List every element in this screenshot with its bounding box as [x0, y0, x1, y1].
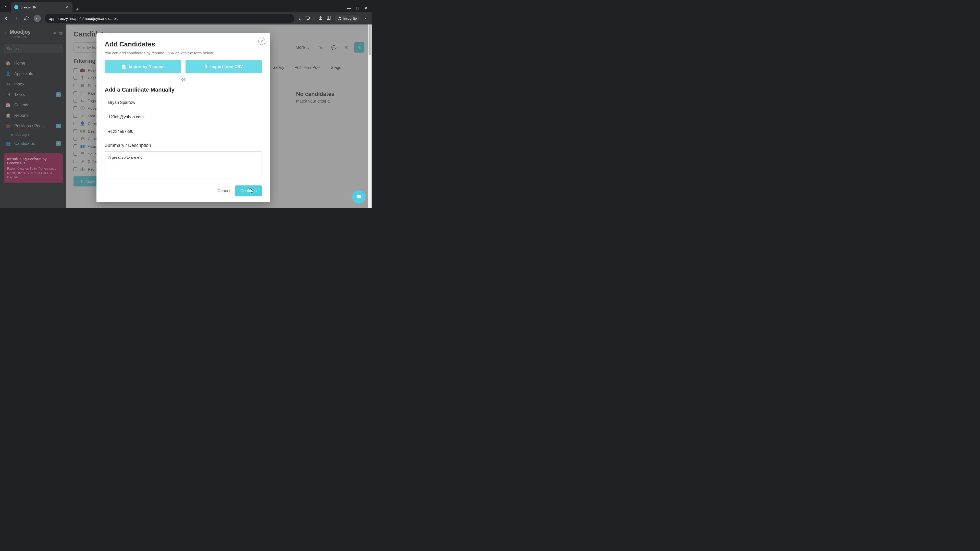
- close-icon[interactable]: ✕: [258, 38, 266, 45]
- import-resume-button[interactable]: 📄 Import by Resume: [105, 60, 181, 73]
- browser-tab[interactable]: Breezy HR ✕: [11, 2, 73, 12]
- scrollbar-thumb[interactable]: [369, 24, 371, 55]
- tab-favicon: [14, 5, 18, 9]
- reader-icon[interactable]: [326, 16, 331, 21]
- browser-toolbar: app.breezy.hr/app/c/moodjoy/candidates ☆…: [0, 12, 372, 24]
- add-candidates-modal: ✕ Add Candidates You can add candidates …: [97, 33, 270, 202]
- close-window-icon[interactable]: ✕: [364, 6, 368, 10]
- import-csv-button[interactable]: ⬆ Import from CSV: [186, 60, 262, 73]
- continue-button[interactable]: Continue: [235, 186, 262, 196]
- window-controls: — ❐ ✕: [347, 6, 372, 12]
- back-button[interactable]: [2, 14, 10, 22]
- phone-field[interactable]: [105, 126, 262, 137]
- url-text: app.breezy.hr/app/c/moodjoy/candidates: [49, 16, 118, 21]
- browser-tab-strip: Breezy HR ✕ + — ❐ ✕: [0, 0, 372, 12]
- tab-close-icon[interactable]: ✕: [64, 5, 69, 10]
- modal-title: Add Candidates: [105, 40, 262, 48]
- name-field[interactable]: [105, 97, 262, 108]
- cancel-button[interactable]: Cancel: [218, 189, 230, 193]
- toolbar-divider: |: [313, 16, 315, 21]
- forward-button[interactable]: [12, 14, 21, 22]
- extensions-icon[interactable]: [305, 16, 310, 21]
- vertical-scrollbar[interactable]: [368, 24, 372, 208]
- new-tab-button[interactable]: +: [73, 7, 83, 12]
- menu-icon[interactable]: ⋮: [363, 16, 368, 21]
- bookmark-icon[interactable]: ☆: [298, 16, 302, 21]
- summary-textarea[interactable]: [105, 151, 262, 179]
- chat-fab[interactable]: [352, 190, 366, 203]
- tab-title: Breezy HR: [21, 5, 64, 9]
- url-bar[interactable]: app.breezy.hr/app/c/moodjoy/candidates: [45, 14, 294, 23]
- or-divider: or: [105, 77, 262, 82]
- manual-title: Add a Candidate Manually: [105, 86, 262, 93]
- minimize-icon[interactable]: —: [347, 6, 351, 10]
- modal-subtitle: You can add candidates by resume, CSV or…: [105, 51, 262, 55]
- tab-search-dropdown[interactable]: [1, 2, 10, 11]
- incognito-label: Incognito: [343, 17, 357, 21]
- reload-button[interactable]: [22, 14, 30, 22]
- incognito-badge[interactable]: Incognito: [334, 15, 360, 22]
- summary-label: Summary / Description: [105, 143, 262, 148]
- downloads-icon[interactable]: [318, 16, 323, 21]
- file-icon: 📄: [121, 64, 126, 69]
- upload-icon: ⬆: [204, 64, 208, 69]
- email-field[interactable]: [105, 112, 262, 123]
- site-info-chip[interactable]: [34, 15, 41, 22]
- maximize-icon[interactable]: ❐: [356, 6, 360, 10]
